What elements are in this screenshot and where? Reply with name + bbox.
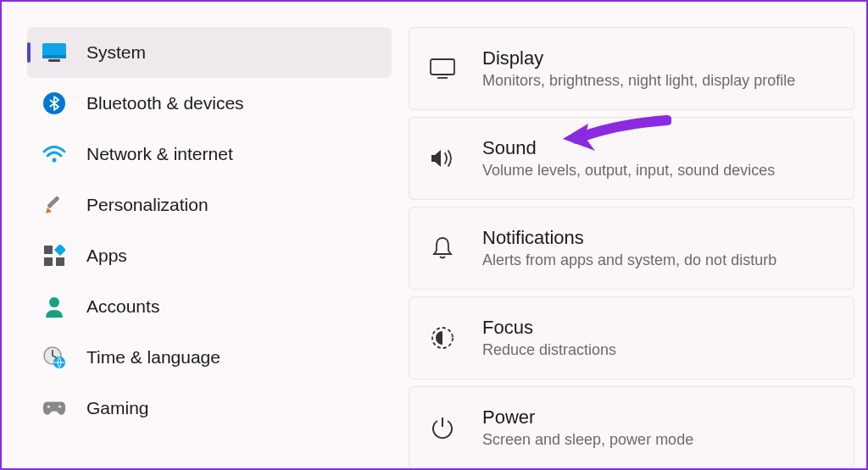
sidebar-item-label: Network & internet	[86, 144, 233, 164]
wifi-icon	[42, 142, 66, 166]
gamepad-icon	[42, 396, 66, 420]
svg-rect-6	[44, 246, 53, 254]
settings-card-sound[interactable]: Sound Volume levels, output, input, soun…	[409, 117, 854, 200]
settings-card-notifications[interactable]: Notifications Alerts from apps and syste…	[409, 207, 854, 290]
sidebar-item-time-language[interactable]: Time & language	[27, 332, 392, 383]
card-desc: Alerts from apps and system, do not dist…	[482, 251, 776, 270]
settings-sidebar: System Bluetooth & devices Network & int…	[2, 2, 400, 468]
sidebar-item-label: Apps	[86, 246, 127, 266]
sidebar-item-bluetooth[interactable]: Bluetooth & devices	[27, 78, 392, 129]
sidebar-item-gaming[interactable]: Gaming	[27, 383, 392, 434]
power-icon	[430, 415, 455, 440]
card-desc: Volume levels, output, input, sound devi…	[482, 161, 775, 180]
svg-rect-8	[44, 257, 53, 266]
person-icon	[42, 295, 66, 318]
svg-point-10	[49, 297, 59, 307]
svg-point-13	[58, 405, 61, 407]
svg-rect-7	[54, 245, 65, 256]
svg-point-4	[53, 158, 57, 163]
bluetooth-icon	[42, 91, 66, 115]
settings-card-power[interactable]: Power Screen and sleep, power mode	[409, 386, 854, 469]
sidebar-item-label: Bluetooth & devices	[86, 93, 244, 113]
apps-icon	[42, 244, 66, 268]
svg-rect-15	[431, 59, 454, 75]
svg-rect-1	[42, 55, 66, 58]
focus-icon	[430, 325, 455, 351]
sidebar-item-personalization[interactable]: Personalization	[27, 180, 392, 230]
card-title: Sound	[482, 136, 775, 161]
svg-rect-2	[48, 59, 60, 62]
sidebar-item-accounts[interactable]: Accounts	[27, 281, 392, 332]
sidebar-item-apps[interactable]: Apps	[27, 230, 392, 281]
card-desc: Reduce distractions	[482, 340, 616, 360]
paintbrush-icon	[42, 193, 66, 217]
sidebar-item-system[interactable]: System	[27, 27, 392, 78]
sidebar-item-label: Gaming	[86, 398, 149, 418]
sound-icon	[430, 146, 455, 171]
settings-card-display[interactable]: Display Monitors, brightness, night ligh…	[409, 27, 854, 110]
settings-card-focus[interactable]: Focus Reduce distractions	[409, 296, 854, 379]
clock-globe-icon	[42, 346, 66, 369]
card-title: Notifications	[482, 226, 776, 251]
card-title: Display	[482, 47, 795, 71]
system-icon	[42, 41, 66, 64]
display-icon	[430, 56, 455, 81]
card-desc: Monitors, brightness, night light, displ…	[482, 71, 795, 91]
sidebar-item-label: Time & language	[86, 347, 220, 368]
card-desc: Screen and sleep, power mode	[482, 430, 693, 450]
sidebar-item-label: Accounts	[86, 296, 159, 317]
sidebar-item-network[interactable]: Network & internet	[27, 129, 392, 180]
svg-rect-9	[56, 257, 64, 266]
card-title: Power	[482, 406, 693, 430]
settings-main: Display Monitors, brightness, night ligh…	[400, 2, 866, 468]
bell-icon	[430, 235, 455, 261]
sidebar-item-label: System	[86, 42, 146, 63]
sidebar-item-label: Personalization	[86, 195, 209, 215]
svg-rect-5	[47, 196, 60, 209]
svg-point-14	[47, 405, 50, 407]
card-title: Focus	[482, 316, 616, 340]
